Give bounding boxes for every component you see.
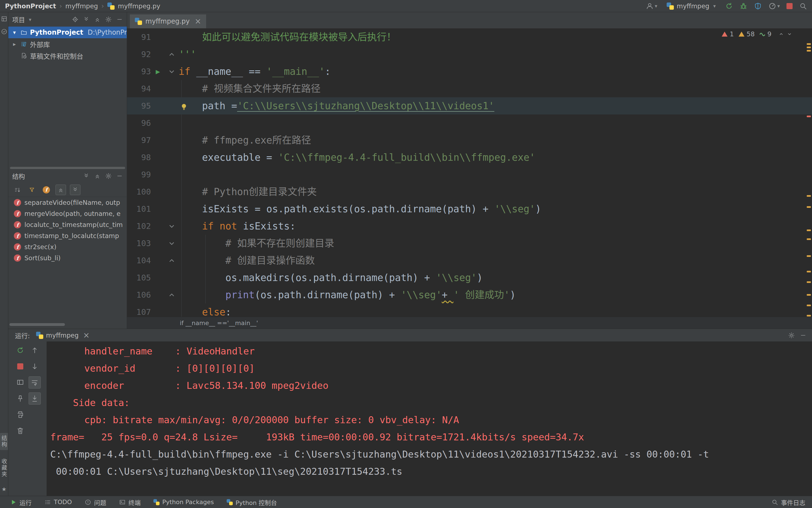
splitter-thumb[interactable] [10, 167, 125, 169]
search-everywhere-button[interactable] [799, 2, 807, 10]
code-line[interactable]: 99 [127, 166, 812, 183]
chevron-right-icon[interactable]: ▸ [11, 41, 18, 47]
hide-panel-icon[interactable] [800, 332, 806, 339]
line-number[interactable]: 97 [127, 132, 151, 149]
tree-item-scratches[interactable]: 草稿文件和控制台 [8, 50, 127, 61]
console-output[interactable]: handler_name : VideoHandler vendor_id : … [47, 341, 812, 496]
close-tab-icon[interactable]: × [195, 17, 201, 25]
statusbar-event-log-button[interactable]: 事件日志 [772, 498, 805, 507]
line-number[interactable]: 104 [127, 252, 151, 269]
line-number[interactable]: 102 [127, 218, 151, 235]
statusbar-python-packages-button[interactable]: Python Packages [153, 499, 214, 506]
line-number[interactable]: 95 [127, 97, 151, 115]
scroll-to-end-button[interactable] [29, 392, 41, 405]
expand-all-icon[interactable] [83, 16, 89, 23]
code-line[interactable]: 107 else: [127, 303, 812, 317]
code-line[interactable]: 97 # ffmpeg.exe所在路径 [127, 132, 812, 149]
code-line[interactable]: 104 # 创建目录操作函数 [127, 252, 812, 269]
commit-tool-button[interactable] [1, 28, 7, 35]
stop-button[interactable] [14, 360, 26, 373]
code-line[interactable]: 91 如此可以避免测试代码在模块被导入后执行！ [127, 29, 812, 46]
run-line-icon[interactable]: ▶ [151, 63, 165, 80]
debug-button[interactable] [740, 2, 747, 10]
code-line[interactable]: 103 # 如果不存在则创建目录 [127, 235, 812, 252]
fold-icon[interactable] [165, 218, 179, 235]
code-line[interactable]: 102 if not isExists: [127, 218, 812, 235]
code-area[interactable]: 91 如此可以避免测试代码在模块被导入后执行！92'''93▶if __name… [127, 29, 812, 317]
project-panel-title[interactable]: 项目 [12, 15, 25, 24]
error-stripe-mark[interactable] [807, 195, 811, 197]
print-button[interactable] [14, 409, 26, 421]
locate-file-icon[interactable] [72, 16, 78, 23]
error-stripe-mark[interactable] [807, 229, 811, 231]
line-number[interactable]: 92 [127, 46, 151, 63]
code-line[interactable]: 98 executable = 'C:\\ffmpeg-4.4-full_bui… [127, 149, 812, 166]
code-line[interactable]: 96 [127, 115, 812, 132]
structure-item[interactable]: ftimestamp_to_localutc(stamp [8, 230, 127, 241]
soft-wrap-button[interactable] [29, 376, 41, 388]
line-number[interactable]: 91 [127, 29, 151, 46]
close-tab-icon[interactable]: × [83, 332, 89, 339]
collapse-all-icon[interactable] [94, 173, 101, 179]
structure-item[interactable]: flocalutc_to_timestamp(utc_tim [8, 219, 127, 230]
hide-panel-icon[interactable] [116, 173, 123, 179]
line-number[interactable]: 94 [127, 80, 151, 97]
pin-tab-button[interactable] [14, 392, 26, 405]
editor-tab-myffmpeg[interactable]: myffmpeg.py × [130, 14, 206, 28]
code-line[interactable]: 106 print(os.path.dirname(path) + '\\seg… [127, 286, 812, 303]
show-inherited-button[interactable] [70, 184, 80, 195]
horizontal-scrollbar[interactable] [9, 323, 65, 326]
settings-icon[interactable] [105, 173, 112, 179]
run-config-selector[interactable]: myffmpeg ▾ [664, 1, 719, 11]
line-number[interactable]: 93 [127, 63, 151, 80]
collapse-all-icon[interactable] [94, 16, 101, 23]
line-number[interactable]: 101 [127, 200, 151, 218]
previous-problem-icon[interactable] [778, 31, 784, 37]
structure-panel-title[interactable]: 结构 [12, 171, 25, 181]
error-stripe-mark[interactable] [807, 255, 811, 257]
profiler-button[interactable]: ▾ [768, 2, 780, 10]
fold-icon[interactable] [165, 63, 179, 80]
tree-item-project-root[interactable]: ▾ PythonProject D:\PythonPro [8, 27, 127, 38]
breadcrumb-scope[interactable]: if __name__ =='__main__' [180, 320, 258, 327]
error-stripe-mark[interactable] [807, 43, 811, 45]
hide-panel-icon[interactable] [116, 16, 123, 23]
structure-item[interactable]: fSort(sub_li) [8, 252, 127, 263]
statusbar-python-console-button[interactable]: Python 控制台 [227, 498, 277, 507]
error-stripe-mark[interactable] [807, 315, 811, 316]
code-line[interactable]: 93▶if __name__ == '__main__': [127, 63, 812, 80]
warning-badge[interactable]: 58 [738, 31, 755, 38]
breadcrumb-file[interactable]: myffmpeg.py [118, 2, 160, 10]
code-line[interactable]: 101 isExists = os.path.exists(os.path.di… [127, 200, 812, 218]
down-stack-trace-button[interactable] [29, 360, 41, 373]
chevron-down-icon[interactable]: ▾ [11, 29, 18, 36]
error-stripe-mark[interactable] [807, 294, 811, 296]
structure-item[interactable]: fstr2sec(x) [8, 241, 127, 252]
restore-layout-button[interactable] [14, 376, 26, 388]
inspections-widget[interactable]: 1 58 9 [721, 31, 792, 38]
line-number[interactable]: 103 [127, 235, 151, 252]
line-number[interactable]: 98 [127, 149, 151, 166]
user-account-button[interactable]: ▾ [646, 2, 657, 10]
typo-badge[interactable]: 9 [759, 31, 772, 38]
settings-icon[interactable] [788, 332, 795, 339]
expand-all-icon[interactable] [83, 173, 89, 179]
code-line[interactable]: 105 os.makedirs(os.path.dirname(path) + … [127, 269, 812, 286]
structure-item[interactable]: fmergeVideo(path, outname, e [8, 208, 127, 219]
error-badge[interactable]: 1 [721, 31, 734, 38]
show-functions-button[interactable]: f [41, 184, 51, 195]
line-number[interactable]: 100 [127, 183, 151, 200]
line-number[interactable]: 96 [127, 115, 151, 132]
structure-item[interactable]: fseparateVideo(fileName, outp [8, 197, 127, 208]
error-stripe-mark[interactable] [807, 206, 811, 208]
fold-icon[interactable] [165, 46, 179, 63]
fold-icon[interactable] [165, 235, 179, 252]
next-problem-icon[interactable] [786, 31, 792, 37]
code-line[interactable]: 92''' [127, 46, 812, 63]
up-stack-trace-button[interactable] [29, 344, 41, 356]
breadcrumb-project[interactable]: PythonProject [5, 2, 56, 10]
fold-icon[interactable] [165, 286, 179, 303]
error-stripe-mark[interactable] [807, 305, 811, 306]
error-stripe-mark[interactable] [807, 116, 811, 117]
favorites-tool-button[interactable]: 收藏夹 [0, 456, 8, 480]
